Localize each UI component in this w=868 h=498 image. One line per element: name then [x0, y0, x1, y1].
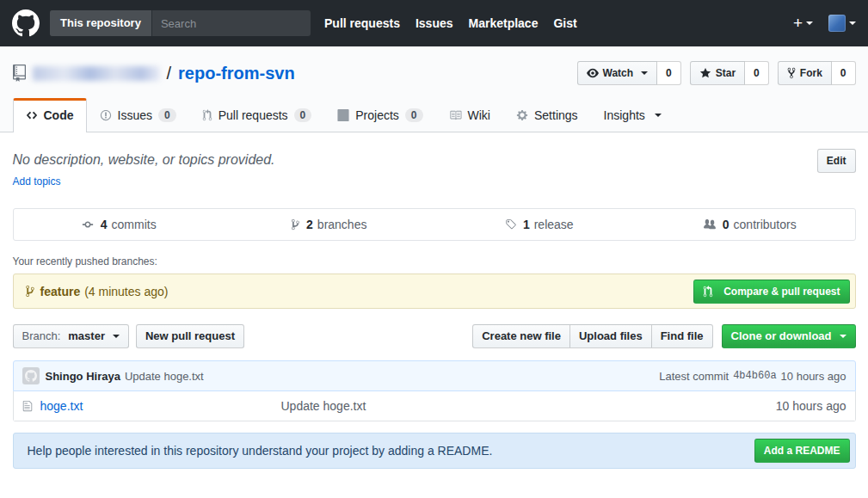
git-pull-request-icon [202, 109, 212, 121]
path-separator: / [167, 64, 172, 83]
tab-wiki[interactable]: Wiki [436, 98, 503, 132]
releases-count: 1 [523, 218, 530, 231]
star-group: Star 0 [690, 61, 769, 85]
nav-pull-requests[interactable]: Pull requests [324, 16, 400, 30]
organization-icon [703, 218, 717, 231]
fork-count[interactable]: 0 [832, 61, 856, 85]
header-right: + [793, 14, 856, 33]
tab-issues[interactable]: Issues 0 [87, 98, 189, 132]
watch-count[interactable]: 0 [657, 61, 681, 85]
tab-projects-label: Projects [355, 108, 399, 122]
add-readme-button[interactable]: Add a README [754, 439, 850, 463]
nav-issues[interactable]: Issues [416, 16, 453, 30]
projects-counter: 0 [405, 108, 423, 122]
file-row: hoge.txt Update hoge.txt 10 hours ago [14, 391, 855, 421]
releases-stat[interactable]: 1 release [434, 209, 645, 240]
tab-projects[interactable]: Projects 0 [324, 98, 435, 132]
file-navigation-right: Create new file Upload files Find file C… [472, 324, 855, 348]
edit-button[interactable]: Edit [817, 149, 856, 173]
repo-pagehead: / repo-from-svn Watch 0 Star 0 [0, 46, 868, 132]
issues-counter: 0 [158, 108, 176, 122]
git-commit-icon [81, 218, 95, 231]
recent-branch-banner: feature (4 minutes ago) Compare & pull r… [13, 274, 856, 309]
tab-pull-requests[interactable]: Pull requests 0 [189, 98, 325, 132]
file-age: 10 hours ago [776, 399, 846, 413]
compare-pull-request-button[interactable]: Compare & pull request [693, 280, 849, 304]
contributors-count: 0 [723, 218, 729, 231]
user-avatar [828, 15, 846, 32]
search-input[interactable] [152, 17, 311, 30]
branches-stat[interactable]: 2 branches [224, 209, 434, 240]
latest-commit-meta: Latest commit 4b4b60a 10 hours ago [659, 370, 846, 383]
repo-icon [13, 65, 26, 82]
fork-button[interactable]: Fork [778, 61, 832, 85]
repo-owner-redacted[interactable] [33, 66, 160, 81]
tab-issues-label: Issues [118, 108, 152, 122]
add-topics-link[interactable]: Add topics [13, 175, 61, 188]
file-navigation: Branch: master New pull request Create n… [13, 324, 856, 348]
find-file-button[interactable]: Find file [651, 324, 713, 348]
header-nav: Pull requests Issues Marketplace Gist [324, 16, 593, 30]
git-pull-request-icon [703, 286, 713, 298]
star-label: Star [716, 65, 736, 82]
nav-gist[interactable]: Gist [553, 16, 576, 30]
description-section: No description, website, or topics provi… [13, 149, 856, 188]
repo-name-link[interactable]: repo-from-svn [178, 64, 295, 83]
pushed-branch-time: (4 minutes ago) [84, 285, 168, 298]
star-count[interactable]: 0 [745, 61, 769, 85]
commits-stat[interactable]: 4 commits [14, 209, 225, 240]
star-button[interactable]: Star [690, 61, 745, 85]
tag-icon [505, 218, 517, 231]
contributors-stat[interactable]: 0 contributors [644, 209, 855, 240]
repo-forked-icon [787, 67, 796, 79]
repo-stats-bar: 4 commits 2 branches 1 release 0 contrib… [13, 208, 856, 241]
nav-marketplace[interactable]: Marketplace [469, 16, 539, 30]
watch-group: Watch 0 [577, 61, 681, 85]
search-scope-label: This repository [50, 10, 152, 36]
book-icon [449, 109, 462, 121]
commits-count: 4 [101, 218, 108, 231]
branch-select-button[interactable]: Branch: master [13, 324, 129, 348]
create-new-menu[interactable]: + [793, 14, 813, 33]
commit-time: 10 hours ago [781, 370, 846, 383]
file-actions-group: Create new file Upload files Find file [472, 324, 712, 348]
star-icon [699, 67, 711, 79]
repo-actions: Watch 0 Star 0 Fork [577, 61, 856, 85]
issue-opened-icon [100, 109, 112, 121]
tab-wiki-label: Wiki [468, 108, 490, 122]
tab-insights-label: Insights [604, 108, 645, 122]
github-logo-icon[interactable] [12, 9, 40, 37]
compare-pull-request-label: Compare & pull request [723, 283, 840, 300]
watch-label: Watch [603, 65, 634, 82]
commit-author-name[interactable]: Shingo Hiraya [46, 370, 120, 383]
commit-message-link[interactable]: Update hoge.txt [125, 370, 204, 383]
repo-tabs: Code Issues 0 Pull requests 0 Projects 0… [13, 98, 856, 132]
user-menu[interactable] [828, 15, 856, 32]
tab-code[interactable]: Code [13, 98, 87, 132]
releases-label: release [534, 218, 574, 231]
upload-files-button[interactable]: Upload files [569, 324, 652, 348]
tab-pull-requests-label: Pull requests [219, 108, 288, 122]
file-name-link[interactable]: hoge.txt [40, 399, 281, 413]
caret-down-icon [840, 335, 846, 341]
file-text-icon [22, 400, 33, 412]
latest-commit-bar: Shingo Hiraya Update hoge.txt Latest com… [13, 360, 856, 391]
readme-suggestion-banner: Help people interested in this repositor… [13, 433, 856, 469]
watch-button[interactable]: Watch [577, 61, 658, 85]
tab-settings[interactable]: Settings [503, 98, 591, 132]
pushed-branch-link[interactable]: feature [40, 285, 81, 298]
git-branch-icon [291, 218, 300, 231]
file-list: hoge.txt Update hoge.txt 10 hours ago [13, 391, 856, 421]
new-pull-request-button[interactable]: New pull request [136, 324, 244, 348]
header-search[interactable]: This repository [50, 10, 311, 36]
plus-icon: + [793, 14, 803, 33]
clone-or-download-button[interactable]: Clone or download [722, 324, 856, 348]
create-new-file-button[interactable]: Create new file [472, 324, 570, 348]
tab-insights[interactable]: Insights [591, 98, 674, 132]
contributors-label: contributors [734, 218, 797, 231]
commit-author-avatar[interactable] [22, 367, 40, 384]
caret-down-icon [655, 114, 662, 120]
readme-suggestion-text: Help people interested in this repositor… [28, 444, 493, 458]
file-commit-message-link[interactable]: Update hoge.txt [281, 399, 776, 413]
commit-sha-link[interactable]: 4b4b60a [733, 370, 776, 382]
